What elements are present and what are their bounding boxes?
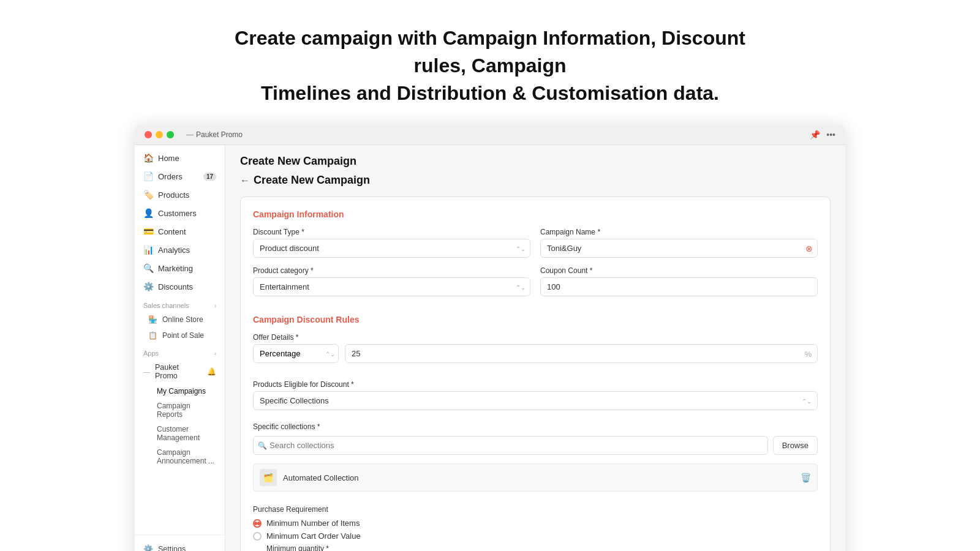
product-category-select-wrapper: Entertainment Electronics Fashion Food (253, 277, 530, 296)
discount-type-group: Discount Type * Product discount Order d… (253, 228, 530, 258)
bell-icon: 🔔 (207, 367, 216, 376)
discounts-icon: ⚙️ (143, 282, 153, 291)
sidebar-item-point-of-sale[interactable]: 📋 Point of Sale (135, 328, 225, 343)
discount-type-select[interactable]: Product discount Order discount Free shi… (253, 239, 530, 258)
coupon-count-label: Coupon Count * (540, 266, 818, 275)
browser-window: — Pauket Promo 📌 ••• 🏠 Home 📄 Orders 17 … (135, 125, 845, 551)
collection-item: 🗂️ Automated Collection 🗑️ (253, 463, 818, 492)
purchase-requirement-section: Purchase Requirement Minimum Number of I… (253, 505, 818, 551)
purchase-req-label: Purchase Requirement (253, 505, 818, 514)
dot-red[interactable] (145, 131, 152, 138)
sales-channels-expand-icon[interactable]: › (214, 302, 216, 309)
percent-symbol: % (804, 349, 812, 358)
radio-min-items-btn[interactable] (253, 519, 262, 528)
campaign-name-label: Campaign Name * (540, 228, 818, 236)
radio-min-items[interactable]: Minimum Number of Items (253, 519, 818, 528)
product-category-label: Product category * (253, 266, 530, 275)
collection-name: Automated Collection (283, 473, 794, 482)
offer-value-input[interactable] (345, 344, 818, 363)
search-collections-input[interactable] (253, 436, 768, 455)
sidebar-item-online-store[interactable]: 🏪 Online Store (135, 312, 225, 328)
sidebar-item-discounts[interactable]: ⚙️ Discounts (135, 277, 225, 296)
collection-icon: 🗂️ (260, 469, 277, 486)
search-icon: 🔍 (258, 441, 267, 450)
sidebar-item-products[interactable]: 🏷️ Products (135, 186, 225, 204)
discount-type-select-wrapper: Product discount Order discount Free shi… (253, 239, 530, 258)
sidebar-item-campaign-reports[interactable]: Campaign Reports (135, 399, 225, 422)
products-eligible-label: Products Eligible for Discount * (253, 380, 818, 389)
product-category-select[interactable]: Entertainment Electronics Fashion Food (253, 277, 530, 296)
campaign-info-row-1: Discount Type * Product discount Order d… (253, 228, 818, 258)
main-page-title: Create New Campaign (225, 145, 845, 174)
specific-collections-group: Specific collections * 🔍 Browse 🗂️ Autom… (253, 422, 818, 497)
online-store-icon: 🏪 (148, 315, 157, 324)
campaign-info-row-2: Product category * Entertainment Electro… (253, 266, 818, 296)
search-collections-row: 🔍 Browse (253, 436, 818, 455)
collection-delete-button[interactable]: 🗑️ (801, 473, 811, 482)
products-eligible-group: Products Eligible for Discount * Specifi… (253, 380, 818, 416)
sidebar-item-content[interactable]: 💳 Content (135, 222, 225, 241)
back-arrow[interactable]: ← (240, 175, 250, 186)
offer-details-group: Offer Details * Percentage Fixed Amount (253, 333, 818, 372)
sidebar-pauket-promo[interactable]: — Pauket Promo 🔔 (135, 359, 225, 384)
radio-min-cart-btn[interactable] (253, 532, 262, 541)
coupon-count-group: Coupon Count * (540, 266, 818, 296)
apps-expand-icon[interactable]: › (214, 350, 216, 357)
campaign-name-input-wrapper: ⊗ (540, 239, 818, 258)
pin-icon[interactable]: 📌 (810, 130, 820, 140)
sidebar-item-marketing[interactable]: 🔍 Marketing (135, 259, 225, 277)
pos-icon: 📋 (148, 331, 157, 340)
sidebar-item-orders[interactable]: 📄 Orders 17 (135, 167, 225, 186)
form-back-header: ← Create New Campaign (240, 174, 831, 187)
products-eligible-select[interactable]: Specific Collections All Products Specif… (253, 391, 818, 410)
browser-icons-right: 📌 ••• (810, 130, 835, 140)
sidebar-item-settings[interactable]: ⚙️ Settings (135, 540, 225, 551)
sidebar-item-my-campaigns[interactable]: My Campaigns (135, 384, 225, 399)
top-header: Create campaign with Campaign Informatio… (0, 0, 980, 125)
content-icon: 💳 (143, 227, 153, 236)
products-icon: 🏷️ (143, 190, 153, 200)
offer-details-row: Percentage Fixed Amount % (253, 344, 818, 363)
apps-section: Apps › (135, 343, 225, 359)
offer-value-wrapper: % (345, 344, 818, 363)
page-headline: Create campaign with Campaign Informatio… (214, 24, 766, 107)
discount-rules-title: Campaign Discount Rules (253, 315, 818, 324)
browser-app-name: — Pauket Promo (186, 130, 243, 139)
sidebar-item-customer-management[interactable]: Customer Management (135, 422, 225, 445)
settings-icon: ⚙️ (143, 544, 153, 551)
sidebar-item-customers[interactable]: 👤 Customers (135, 204, 225, 222)
app-layout: 🏠 Home 📄 Orders 17 🏷️ Products 👤 Custome… (135, 145, 845, 551)
more-icon[interactable]: ••• (826, 130, 835, 140)
sidebar: 🏠 Home 📄 Orders 17 🏷️ Products 👤 Custome… (135, 145, 225, 551)
sidebar-bottom: ⚙️ Settings ℹ️ Non-transferable (135, 534, 225, 551)
analytics-icon: 📊 (143, 245, 153, 255)
main-content: Create New Campaign ← Create New Campaig… (225, 145, 845, 551)
products-eligible-wrapper: Specific Collections All Products Specif… (253, 391, 818, 410)
sidebar-item-home[interactable]: 🏠 Home (135, 149, 225, 167)
form-title: Create New Campaign (254, 174, 370, 187)
specific-collections-label: Specific collections * (253, 422, 818, 431)
sidebar-item-analytics[interactable]: 📊 Analytics (135, 241, 225, 259)
offer-type-select[interactable]: Percentage Fixed Amount (253, 344, 339, 363)
coupon-count-input[interactable] (540, 277, 818, 296)
error-icon: ⊗ (805, 244, 813, 253)
dot-green[interactable] (167, 131, 174, 138)
campaign-name-input[interactable] (540, 239, 818, 258)
app-dash-icon: — (143, 368, 150, 375)
browser-traffic-lights (145, 131, 174, 138)
offer-type-wrapper: Percentage Fixed Amount (253, 344, 339, 363)
orders-icon: 📄 (143, 171, 153, 181)
sidebar-item-campaign-announcement[interactable]: Campaign Announcement ... (135, 445, 225, 468)
min-qty-label: Minimum quantity * (253, 544, 818, 551)
home-icon: 🏠 (143, 153, 153, 163)
radio-min-cart[interactable]: Minimum Cart Order Value (253, 531, 818, 541)
browse-button[interactable]: Browse (773, 436, 818, 455)
dot-yellow[interactable] (156, 131, 163, 138)
discount-type-label: Discount Type * (253, 228, 530, 236)
search-collections-wrapper: 🔍 (253, 436, 768, 455)
campaign-form-container: ← Create New Campaign Campaign Informati… (225, 174, 845, 551)
campaign-name-group: Campaign Name * ⊗ (540, 228, 818, 258)
campaign-info-title: Campaign Information (253, 209, 818, 219)
form-card: Campaign Information Discount Type * Pro… (240, 197, 831, 551)
orders-badge: 17 (203, 173, 216, 181)
